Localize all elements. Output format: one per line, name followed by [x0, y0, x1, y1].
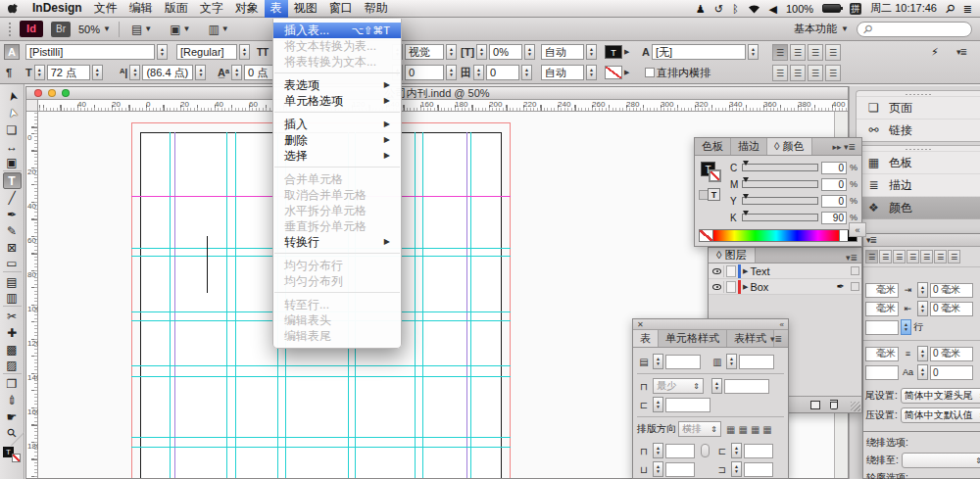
document-titlebar[interactable]: 公司内刊.indd @ 50%: [26, 87, 848, 100]
align-button[interactable]: ☰: [865, 250, 878, 263]
font-style-combo[interactable]: [Regular]▲▼: [176, 43, 250, 61]
horizontal-grid-tool[interactable]: ▤: [3, 273, 22, 290]
zoom-level-dropdown[interactable]: 50%▼: [78, 24, 111, 35]
menu-item[interactable]: 垂直拆分单元格 ▶: [273, 218, 401, 234]
lock-checkbox[interactable]: [726, 265, 736, 277]
expand-triangle-icon[interactable]: ▶: [743, 267, 748, 275]
column-guide-violet[interactable]: [174, 132, 175, 478]
menubar-item[interactable]: 文件: [88, 0, 123, 18]
column-guide[interactable]: [170, 132, 171, 478]
row-guide[interactable]: [131, 437, 511, 438]
grid-combo[interactable]: 田 ▲▼0▲▼: [461, 64, 532, 81]
column-guide[interactable]: [226, 132, 227, 478]
stepper-icon[interactable]: ▲▼: [653, 461, 663, 477]
column-guide[interactable]: [470, 132, 471, 478]
page-tool[interactable]: ❏: [3, 121, 22, 138]
writing-direction-dropdown[interactable]: 横排⇕: [678, 421, 721, 437]
column-guide[interactable]: [422, 132, 423, 478]
align-button[interactable]: ☰: [948, 250, 960, 263]
gradient-feather-tool[interactable]: ▨: [3, 358, 22, 374]
resize-grip[interactable]: [851, 402, 860, 411]
slider-thumb[interactable]: [743, 177, 749, 182]
menubar-item[interactable]: 编辑: [123, 0, 159, 18]
panel-header-icons[interactable]: ▸▸ ▾≣: [828, 142, 859, 152]
menu-item[interactable]: 编辑表头 ▶: [273, 312, 401, 328]
align-button[interactable]: ☰: [879, 250, 892, 263]
collapse-icon[interactable]: «: [780, 320, 784, 329]
lock-checkbox[interactable]: [726, 281, 736, 293]
selection-square[interactable]: [851, 266, 859, 275]
stepper-icon[interactable]: ▲▼: [917, 301, 928, 316]
volume-icon[interactable]: ◀: [769, 0, 777, 18]
menubar-item[interactable]: InDesign: [26, 0, 88, 18]
scissors-tool[interactable]: ✂: [3, 308, 22, 324]
ruler-origin-corner[interactable]: [26, 100, 38, 112]
panel-tab[interactable]: 色板: [695, 138, 731, 155]
menubar-item[interactable]: 视图: [288, 0, 323, 18]
menubar-item[interactable]: 帮助: [359, 0, 394, 18]
align-button[interactable]: ☰: [934, 250, 947, 263]
align-button[interactable]: ☰: [808, 65, 823, 81]
menu-item[interactable]: 转至行... ▶: [273, 297, 401, 312]
unit-field[interactable]: [865, 365, 899, 380]
align-button[interactable]: ☰: [808, 44, 823, 61]
bridge-button[interactable]: Br: [51, 22, 71, 37]
panel-menu-icon[interactable]: ▾≣: [956, 47, 966, 57]
close-icon[interactable]: ✕: [637, 320, 644, 329]
quick-apply-lightning-icon[interactable]: ⚡: [931, 46, 939, 59]
menubar-item[interactable]: 窗口: [323, 0, 359, 18]
align-button[interactable]: ☰: [790, 44, 806, 61]
menu-item[interactable]: 表选项 ▶: [273, 77, 401, 93]
view-option-button[interactable]: ▥▼: [204, 23, 232, 36]
view-option-button[interactable]: ▣▼: [166, 23, 194, 36]
spectrum-gradient[interactable]: [713, 230, 839, 241]
leading-combo[interactable]: ᴬ| ▲▼(86.4 点)▲▼: [120, 64, 206, 81]
visibility-eye-icon[interactable]: [710, 281, 724, 293]
row-height-field[interactable]: [724, 379, 769, 394]
content-collector-tool[interactable]: ▣: [3, 155, 22, 171]
new-layer-icon[interactable]: [810, 401, 820, 409]
zoom-window-icon[interactable]: [62, 89, 70, 97]
fill-stroke-indicator[interactable]: T: [3, 447, 21, 462]
menu-item[interactable]: 将文本转换为表... ▶: [273, 38, 401, 54]
stepper-icon[interactable]: ▲▼: [917, 346, 928, 361]
panel-tab[interactable]: 单元格样式: [659, 330, 727, 347]
menu-item[interactable]: 水平拆分单元格 ▶: [273, 203, 401, 218]
collapse-dock-button[interactable]: «: [849, 222, 866, 237]
slider-track[interactable]: [742, 164, 818, 171]
inset-top-field[interactable]: [665, 444, 695, 458]
character-formatting-toggle[interactable]: A: [4, 43, 20, 61]
column-width-field[interactable]: [665, 398, 710, 412]
value-field[interactable]: [865, 320, 899, 335]
auto-combo-1[interactable]: 自动▲▼: [541, 43, 597, 61]
menu-item[interactable]: 编辑表尾 ▶: [273, 328, 401, 344]
wrap-to-dropdown[interactable]: ⇕: [902, 453, 980, 468]
free-transform-tool[interactable]: ✚: [3, 324, 22, 341]
unit-field[interactable]: 毫米: [865, 302, 899, 316]
qq-icon[interactable]: ♟: [696, 0, 706, 18]
tatechuyoko-checkbox[interactable]: 直排内横排: [645, 64, 710, 81]
slider-track[interactable]: [742, 180, 818, 188]
auto-combo-2[interactable]: 自动▲▼: [541, 64, 597, 81]
horizontal-ruler[interactable]: 4020020406080100120140160180200220240260…: [38, 100, 848, 112]
minimize-window-icon[interactable]: [48, 89, 56, 97]
slider-thumb[interactable]: [743, 211, 749, 216]
align-button[interactable]: ☰: [772, 44, 788, 61]
font-family-combo[interactable]: [Pistilli]▲▼: [25, 43, 168, 61]
dock-item[interactable]: ❖颜色: [857, 196, 980, 218]
gradient-swatch-tool[interactable]: ▩: [3, 341, 22, 358]
panel-tab[interactable]: 表: [633, 330, 659, 347]
menu-item[interactable]: 均匀分布行 ▶: [273, 258, 401, 273]
panel-tab[interactable]: 描边: [731, 138, 767, 155]
mojikumi-dropdown[interactable]: 简体中文默认值⇕: [901, 407, 980, 423]
menu-item[interactable]: 取消合并单元格 ▶: [273, 187, 401, 203]
row-guide[interactable]: [131, 365, 511, 366]
selection-square[interactable]: [851, 282, 859, 291]
inset-left-field[interactable]: [744, 444, 773, 458]
visibility-eye-icon[interactable]: [710, 265, 724, 277]
align-button[interactable]: ☰: [825, 44, 841, 61]
vertical-ruler[interactable]: 020406080100120140160180: [26, 112, 38, 478]
tracking-combo[interactable]: [T] ▲▼0%▲▼: [461, 43, 535, 61]
wifi-icon[interactable]: [748, 1, 760, 19]
stepper-icon[interactable]: ▲▼: [653, 354, 663, 369]
